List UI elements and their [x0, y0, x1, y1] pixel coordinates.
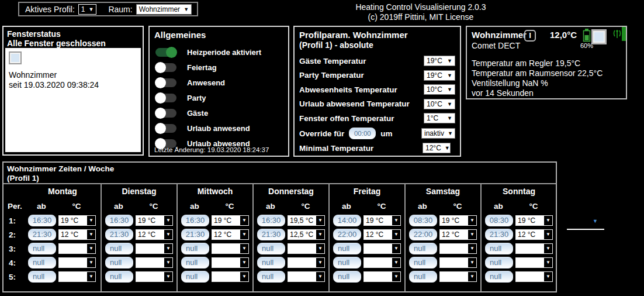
temp-select[interactable]: 19 °C▼: [515, 215, 553, 226]
toggle-switch-off[interactable]: [155, 63, 176, 72]
time-input[interactable]: null: [105, 243, 133, 254]
time-input[interactable]: null: [28, 243, 56, 254]
temp-select[interactable]: ▼: [136, 243, 173, 254]
time-input[interactable]: null: [28, 257, 56, 269]
time-input[interactable]: 22:00: [333, 229, 361, 240]
temp-column-header: °C: [515, 202, 552, 211]
temp-select[interactable]: 19,5 °C▼: [288, 215, 325, 226]
temp-select[interactable]: ▼: [136, 257, 173, 268]
temp-select-value: [364, 258, 392, 267]
temp-select[interactable]: ▼: [439, 243, 477, 254]
time-input[interactable]: 22:00: [409, 229, 437, 240]
time-input[interactable]: null: [409, 271, 437, 283]
temp-select[interactable]: 19 °C▼: [439, 215, 477, 226]
toggle-switch-off[interactable]: [155, 124, 176, 133]
time-input[interactable]: 21:30: [485, 229, 513, 240]
profile-param-row-2: Abwesenheits Temperatur10°C▼: [299, 84, 455, 95]
temp-select[interactable]: ▼: [515, 257, 553, 268]
temp-select[interactable]: 19 °C▼: [58, 215, 96, 226]
temp-select[interactable]: 12 °C▼: [363, 229, 401, 240]
time-input[interactable]: null: [409, 257, 437, 269]
time-input[interactable]: null: [333, 243, 361, 254]
temp-select[interactable]: 19 °C▼: [136, 215, 173, 226]
temp-select[interactable]: ▼: [212, 271, 249, 282]
param-temp-select[interactable]: 19°C▼: [424, 70, 455, 81]
toggle-knob: [155, 77, 166, 88]
time-input[interactable]: 16:30: [181, 215, 209, 226]
temp-select[interactable]: ▼: [439, 257, 477, 268]
time-input[interactable]: null: [257, 243, 285, 254]
toggle-label: Anwesend: [187, 78, 225, 87]
temp-select[interactable]: ▼: [58, 271, 96, 282]
time-input[interactable]: null: [257, 271, 285, 283]
time-input[interactable]: 21:30: [257, 229, 285, 240]
temp-select[interactable]: ▼: [58, 257, 96, 268]
temp-select[interactable]: ▼: [212, 243, 249, 254]
temp-select[interactable]: ▼: [288, 271, 325, 282]
override-time-input[interactable]: 00:00: [349, 128, 376, 139]
empty-room-select[interactable]: ▼: [567, 219, 604, 230]
time-input[interactable]: null: [105, 271, 133, 283]
chevron-down-icon: ▼: [447, 58, 452, 64]
temp-select[interactable]: ▼: [288, 243, 325, 254]
temp-select[interactable]: ▼: [363, 257, 401, 268]
temp-select[interactable]: 19 °C▼: [363, 215, 401, 226]
toggle-switch-off[interactable]: [155, 78, 176, 87]
toggle-switch-off[interactable]: [155, 109, 176, 118]
toggle-switch-off[interactable]: [155, 94, 176, 102]
temp-select[interactable]: 19 °C▼: [212, 215, 249, 226]
temp-select[interactable]: ▼: [288, 257, 325, 268]
chevron-down-icon: ▼: [445, 145, 450, 151]
temp-select[interactable]: ▼: [58, 243, 96, 254]
time-input[interactable]: null: [28, 271, 56, 283]
temp-select[interactable]: 12 °C▼: [439, 229, 477, 240]
temp-select[interactable]: ▼: [363, 271, 401, 282]
temp-select[interactable]: 12,5 °C▼: [288, 229, 325, 240]
time-input[interactable]: 08:30: [409, 215, 437, 226]
temp-select[interactable]: ▼: [439, 271, 477, 282]
temp-select[interactable]: 12 °C▼: [58, 229, 96, 240]
time-input[interactable]: null: [181, 271, 209, 283]
time-input[interactable]: 16:30: [257, 215, 285, 226]
time-input[interactable]: null: [485, 271, 513, 283]
temp-select[interactable]: 12 °C▼: [515, 229, 553, 240]
param-temp-select[interactable]: 19°C▼: [424, 56, 455, 66]
temp-select[interactable]: 12 °C▼: [136, 229, 173, 240]
param-temp-select[interactable]: 1°C▼: [424, 113, 455, 123]
override-mode-select[interactable]: inaktiv ▼: [421, 128, 455, 139]
temp-select[interactable]: ▼: [363, 243, 401, 254]
time-input[interactable]: 08:30: [485, 215, 513, 226]
param-temp-value: 10°C: [427, 85, 442, 94]
app-title-line1: Heating Control Visualisierung 2.0.3: [304, 2, 538, 12]
time-input[interactable]: 16:30: [105, 215, 133, 226]
temp-select[interactable]: ▼: [515, 243, 553, 254]
temp-select[interactable]: 12 °C▼: [212, 229, 249, 240]
active-profile-select[interactable]: 1 ▼: [78, 4, 97, 15]
time-input[interactable]: 21:30: [28, 229, 56, 240]
time-input[interactable]: 14:00: [333, 215, 361, 226]
time-input[interactable]: null: [485, 257, 513, 269]
time-input[interactable]: null: [181, 243, 209, 254]
time-input[interactable]: null: [181, 257, 209, 269]
time-input[interactable]: 21:30: [105, 229, 133, 240]
time-input[interactable]: 21:30: [181, 229, 209, 240]
time-input[interactable]: null: [105, 257, 133, 269]
room-label: Raum:: [108, 5, 132, 14]
chevron-down-icon: ▼: [183, 6, 189, 12]
temp-select[interactable]: ▼: [212, 257, 249, 268]
room-select[interactable]: Wohnzimmer ▼: [136, 4, 192, 15]
temp-select[interactable]: ▼: [136, 271, 173, 282]
param-temp-select[interactable]: 10°C▼: [424, 84, 455, 95]
time-input[interactable]: null: [333, 271, 361, 283]
info-button[interactable]: I: [524, 30, 536, 42]
time-input[interactable]: null: [409, 243, 437, 254]
time-input[interactable]: null: [485, 243, 513, 254]
time-input[interactable]: null: [257, 257, 285, 269]
temp-select[interactable]: ▼: [515, 271, 553, 282]
time-input[interactable]: 16:30: [28, 215, 56, 226]
time-input[interactable]: null: [333, 257, 361, 269]
param-temp-select[interactable]: 10°C▼: [424, 99, 455, 109]
toggle-switch-on[interactable]: [155, 48, 176, 57]
param-temp-value: 19°C: [427, 71, 442, 80]
minimal-temp-select[interactable]: 12°C ▼: [423, 143, 451, 153]
